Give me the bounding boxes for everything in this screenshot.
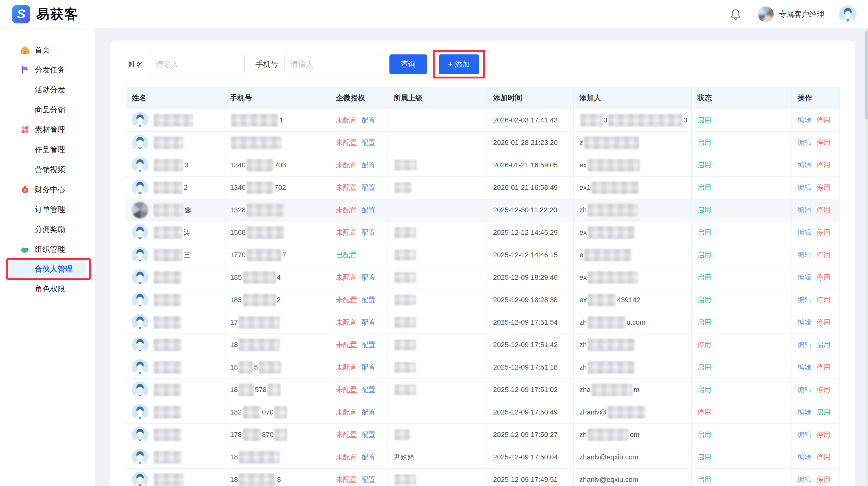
edit-link[interactable]: 编辑 <box>798 453 811 461</box>
add-button[interactable]: + 添加 <box>439 54 479 74</box>
edit-link[interactable]: 编辑 <box>798 183 811 192</box>
cell-adder: zh <box>574 199 692 222</box>
edit-link[interactable]: 编辑 <box>798 431 811 438</box>
sidebar-item-commission-reward[interactable]: 分佣奖励 <box>0 219 95 239</box>
edit-link[interactable]: 编辑 <box>798 408 811 416</box>
cell-text: zha <box>580 386 590 394</box>
disable-link[interactable]: 停用 <box>816 139 830 146</box>
scrollbar-track[interactable] <box>865 29 868 486</box>
edit-link[interactable]: 编辑 <box>798 116 811 124</box>
cell-wechat: 未配置配置 <box>330 132 388 154</box>
cell-parent <box>388 154 488 176</box>
edit-link[interactable]: 编辑 <box>798 274 811 281</box>
manager-account[interactable]: 专属客户经理 <box>758 6 825 22</box>
disable-link[interactable]: 停用 <box>816 183 830 192</box>
name-filter-input[interactable] <box>150 55 245 74</box>
disable-link[interactable]: 停用 <box>816 363 830 371</box>
configure-link[interactable]: 配置 <box>361 386 375 394</box>
edit-link[interactable]: 编辑 <box>798 386 811 394</box>
status-enabled: 启用 <box>697 274 711 281</box>
redacted-text <box>247 226 284 239</box>
configure-link[interactable]: 配置 <box>361 206 375 214</box>
sidebar-item-organization-management[interactable]: 组织管理 <box>0 239 95 259</box>
cell-time: 2026-01-21 16:59:05 <box>488 154 574 176</box>
edit-link[interactable]: 编辑 <box>798 251 811 259</box>
redacted-text <box>591 181 639 194</box>
disable-link[interactable]: 停用 <box>816 228 830 236</box>
sidebar-item-works-management[interactable]: 作品管理 <box>0 140 95 160</box>
edit-link[interactable]: 编辑 <box>798 341 811 349</box>
row-avatar <box>132 292 148 308</box>
edit-link[interactable]: 编辑 <box>798 476 811 483</box>
edit-link[interactable]: 编辑 <box>798 363 811 371</box>
add-time: 2026-01-21 16:58:49 <box>493 183 558 192</box>
row-avatar <box>132 449 148 465</box>
configure-link[interactable]: 配置 <box>361 228 375 236</box>
configure-link[interactable]: 配置 <box>361 116 375 124</box>
configure-link[interactable]: 配置 <box>361 139 375 146</box>
configure-link[interactable]: 配置 <box>361 341 375 349</box>
redacted-text <box>247 159 273 171</box>
cell-text: 1 <box>279 116 283 124</box>
search-button[interactable]: 查询 <box>390 54 427 74</box>
configure-link[interactable]: 配置 <box>361 453 375 461</box>
enable-link[interactable]: 启用 <box>816 408 830 416</box>
configure-link[interactable]: 配置 <box>361 318 375 326</box>
sidebar-item-material-management[interactable]: 素材管理 <box>0 120 95 140</box>
phone-filter-input[interactable] <box>284 55 379 74</box>
status-enabled: 启用 <box>697 116 711 124</box>
redacted-text <box>247 181 273 194</box>
sidebar-item-product-distribution[interactable]: 商品分销 <box>0 100 95 120</box>
notification-bell-icon[interactable] <box>730 8 742 20</box>
redacted-text <box>243 271 276 284</box>
disable-link[interactable]: 停用 <box>816 161 830 169</box>
redacted-text <box>154 271 181 284</box>
redacted-text <box>588 294 616 306</box>
configure-link[interactable]: 配置 <box>361 296 375 304</box>
sidebar-item-finance-center[interactable]: ¥财务中心 <box>0 179 95 199</box>
sidebar-item-order-management[interactable]: 订单管理 <box>0 199 95 219</box>
edit-link[interactable]: 编辑 <box>798 206 811 214</box>
cell-parent <box>388 401 488 424</box>
configure-link[interactable]: 配置 <box>361 408 375 416</box>
disable-link[interactable]: 停用 <box>816 206 830 214</box>
scrollbar-thumb[interactable] <box>865 31 868 120</box>
disable-link[interactable]: 停用 <box>816 318 830 326</box>
sidebar-item-label: 商品分销 <box>0 105 65 115</box>
cell-wechat: 未配置配置 <box>330 401 388 424</box>
cell-adder: ex <box>574 222 692 244</box>
edit-link[interactable]: 编辑 <box>798 296 811 304</box>
disable-link[interactable]: 停用 <box>816 251 830 259</box>
edit-link[interactable]: 编辑 <box>798 139 811 146</box>
configure-link[interactable]: 配置 <box>361 431 375 438</box>
redacted-text <box>274 406 287 419</box>
edit-link[interactable]: 编辑 <box>798 228 811 236</box>
cell-text: 5 <box>254 363 258 371</box>
disable-link[interactable]: 停用 <box>816 476 830 483</box>
user-avatar[interactable] <box>839 5 857 23</box>
sidebar-item-home[interactable]: 首页 <box>0 40 95 60</box>
enable-link[interactable]: 启用 <box>816 341 830 349</box>
cell-text: 439142 <box>617 296 640 304</box>
cell-text: ex <box>580 228 587 237</box>
disable-link[interactable]: 停用 <box>816 296 830 304</box>
configure-link[interactable]: 配置 <box>361 274 375 281</box>
sidebar-item-distribute-tasks[interactable]: 分发任务 <box>0 60 95 80</box>
sidebar-item-marketing-video[interactable]: 营销视频 <box>0 160 95 179</box>
sidebar-item-partner-management[interactable]: 合伙人管理 <box>0 260 95 278</box>
disable-link[interactable]: 停用 <box>816 386 830 394</box>
redacted-text <box>395 294 416 305</box>
configure-link[interactable]: 配置 <box>361 183 375 192</box>
edit-link[interactable]: 编辑 <box>798 161 811 169</box>
sidebar-item-activity-distribution[interactable]: 活动分发 <box>0 80 95 100</box>
configure-link[interactable]: 配置 <box>361 161 375 169</box>
configure-link[interactable]: 配置 <box>361 476 375 483</box>
edit-link[interactable]: 编辑 <box>798 318 811 326</box>
disable-link[interactable]: 停用 <box>816 431 830 438</box>
cell-text: 1340 <box>230 183 246 192</box>
disable-link[interactable]: 停用 <box>816 274 830 281</box>
configure-link[interactable]: 配置 <box>361 363 375 371</box>
sidebar-item-role-permission[interactable]: 角色权限 <box>0 279 95 299</box>
disable-link[interactable]: 停用 <box>816 453 830 461</box>
disable-link[interactable]: 停用 <box>816 116 830 124</box>
